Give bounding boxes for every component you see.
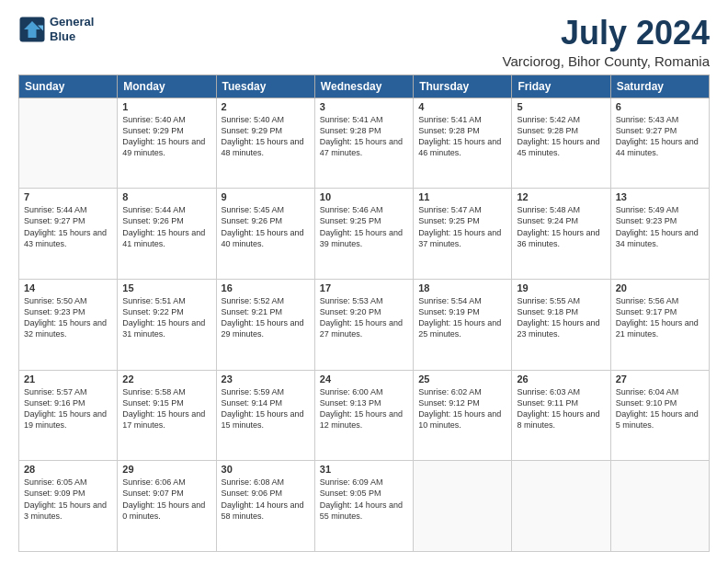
day-number: 29 [122, 464, 210, 475]
day-number: 2 [222, 101, 310, 112]
day-number: 21 [24, 373, 112, 385]
day-info: Sunrise: 5:44 AM Sunset: 9:27 PM Dayligh… [24, 204, 112, 249]
day-cell: 14Sunrise: 5:50 AM Sunset: 9:23 PM Dayli… [19, 279, 118, 370]
day-number: 7 [24, 191, 112, 202]
day-cell: 6Sunrise: 5:43 AM Sunset: 9:27 PM Daylig… [610, 98, 709, 189]
day-info: Sunrise: 5:46 AM Sunset: 9:25 PM Dayligh… [320, 204, 408, 249]
day-info: Sunrise: 6:05 AM Sunset: 9:09 PM Dayligh… [24, 477, 112, 522]
day-info: Sunrise: 6:08 AM Sunset: 9:06 PM Dayligh… [222, 477, 310, 522]
day-cell: 17Sunrise: 5:53 AM Sunset: 9:20 PM Dayli… [314, 279, 413, 370]
day-cell: 18Sunrise: 5:54 AM Sunset: 9:19 PM Dayli… [414, 279, 512, 370]
day-number: 23 [222, 373, 310, 385]
weekday-thursday: Thursday [414, 75, 512, 98]
week-row-4: 21Sunrise: 5:57 AM Sunset: 9:16 PM Dayli… [19, 370, 710, 461]
day-number: 28 [24, 464, 112, 475]
day-number: 11 [418, 191, 506, 202]
day-cell [512, 461, 610, 552]
week-row-5: 28Sunrise: 6:05 AM Sunset: 9:09 PM Dayli… [19, 461, 710, 552]
day-number: 20 [616, 282, 704, 293]
day-info: Sunrise: 5:45 AM Sunset: 9:26 PM Dayligh… [222, 204, 310, 249]
day-number: 13 [616, 191, 704, 202]
day-info: Sunrise: 6:00 AM Sunset: 9:13 PM Dayligh… [320, 386, 408, 431]
day-cell: 11Sunrise: 5:47 AM Sunset: 9:25 PM Dayli… [414, 189, 512, 280]
day-cell [414, 461, 512, 552]
day-number: 25 [418, 373, 506, 385]
day-cell: 28Sunrise: 6:05 AM Sunset: 9:09 PM Dayli… [19, 461, 118, 552]
day-number: 3 [320, 101, 408, 112]
day-cell: 25Sunrise: 6:02 AM Sunset: 9:12 PM Dayli… [414, 370, 512, 461]
day-cell: 2Sunrise: 5:40 AM Sunset: 9:29 PM Daylig… [216, 98, 314, 189]
day-info: Sunrise: 5:54 AM Sunset: 9:19 PM Dayligh… [418, 295, 506, 340]
day-cell: 4Sunrise: 5:41 AM Sunset: 9:28 PM Daylig… [414, 98, 512, 189]
day-cell: 22Sunrise: 5:58 AM Sunset: 9:15 PM Dayli… [118, 370, 216, 461]
weekday-wednesday: Wednesday [314, 75, 413, 98]
day-number: 10 [320, 191, 408, 202]
day-number: 19 [517, 282, 605, 293]
day-number: 18 [418, 282, 506, 293]
day-number: 4 [418, 101, 506, 112]
day-number: 27 [616, 373, 704, 385]
day-info: Sunrise: 5:44 AM Sunset: 9:26 PM Dayligh… [122, 204, 210, 249]
day-info: Sunrise: 5:53 AM Sunset: 9:20 PM Dayligh… [320, 295, 408, 340]
day-info: Sunrise: 5:41 AM Sunset: 9:28 PM Dayligh… [320, 114, 408, 159]
weekday-tuesday: Tuesday [216, 75, 314, 98]
day-number: 26 [517, 373, 605, 385]
day-number: 14 [24, 282, 112, 293]
day-info: Sunrise: 5:56 AM Sunset: 9:17 PM Dayligh… [616, 295, 704, 340]
subtitle: Varciorog, Bihor County, Romania [503, 53, 710, 69]
day-info: Sunrise: 5:58 AM Sunset: 9:15 PM Dayligh… [122, 386, 210, 431]
day-number: 5 [517, 101, 605, 112]
day-cell: 20Sunrise: 5:56 AM Sunset: 9:17 PM Dayli… [610, 279, 709, 370]
day-info: Sunrise: 5:41 AM Sunset: 9:28 PM Dayligh… [418, 114, 506, 159]
day-cell: 15Sunrise: 5:51 AM Sunset: 9:22 PM Dayli… [118, 279, 216, 370]
day-number: 9 [222, 191, 310, 202]
weekday-monday: Monday [118, 75, 216, 98]
day-info: Sunrise: 6:02 AM Sunset: 9:12 PM Dayligh… [418, 386, 506, 431]
day-info: Sunrise: 5:57 AM Sunset: 9:16 PM Dayligh… [24, 386, 112, 431]
weekday-saturday: Saturday [610, 75, 709, 98]
day-cell: 1Sunrise: 5:40 AM Sunset: 9:29 PM Daylig… [118, 98, 216, 189]
day-number: 24 [320, 373, 408, 385]
day-number: 16 [222, 282, 310, 293]
day-info: Sunrise: 5:55 AM Sunset: 9:18 PM Dayligh… [517, 295, 605, 340]
day-cell: 23Sunrise: 5:59 AM Sunset: 9:14 PM Dayli… [216, 370, 314, 461]
page: General Blue July 2024 Varciorog, Bihor … [0, 0, 728, 563]
week-row-2: 7Sunrise: 5:44 AM Sunset: 9:27 PM Daylig… [19, 189, 710, 280]
weekday-header-row: SundayMondayTuesdayWednesdayThursdayFrid… [19, 75, 710, 98]
weekday-friday: Friday [512, 75, 610, 98]
day-cell: 19Sunrise: 5:55 AM Sunset: 9:18 PM Dayli… [512, 279, 610, 370]
day-info: Sunrise: 5:50 AM Sunset: 9:23 PM Dayligh… [24, 295, 112, 340]
day-cell: 9Sunrise: 5:45 AM Sunset: 9:26 PM Daylig… [216, 189, 314, 280]
day-number: 6 [616, 101, 704, 112]
day-cell: 24Sunrise: 6:00 AM Sunset: 9:13 PM Dayli… [314, 370, 413, 461]
day-info: Sunrise: 5:52 AM Sunset: 9:21 PM Dayligh… [222, 295, 310, 340]
day-number: 1 [122, 101, 210, 112]
day-cell: 27Sunrise: 6:04 AM Sunset: 9:10 PM Dayli… [610, 370, 709, 461]
day-info: Sunrise: 5:43 AM Sunset: 9:27 PM Dayligh… [616, 114, 704, 159]
day-cell: 3Sunrise: 5:41 AM Sunset: 9:28 PM Daylig… [314, 98, 413, 189]
day-info: Sunrise: 5:48 AM Sunset: 9:24 PM Dayligh… [517, 204, 605, 249]
day-info: Sunrise: 5:47 AM Sunset: 9:25 PM Dayligh… [418, 204, 506, 249]
day-info: Sunrise: 6:04 AM Sunset: 9:10 PM Dayligh… [616, 386, 704, 431]
day-cell [19, 98, 118, 189]
day-number: 12 [517, 191, 605, 202]
title-block: July 2024 Varciorog, Bihor County, Roman… [503, 15, 710, 69]
day-cell: 29Sunrise: 6:06 AM Sunset: 9:07 PM Dayli… [118, 461, 216, 552]
day-cell: 7Sunrise: 5:44 AM Sunset: 9:27 PM Daylig… [19, 189, 118, 280]
main-title: July 2024 [503, 15, 710, 52]
day-number: 15 [122, 282, 210, 293]
calendar: SundayMondayTuesdayWednesdayThursdayFrid… [18, 75, 710, 552]
day-cell [610, 461, 709, 552]
day-cell: 13Sunrise: 5:49 AM Sunset: 9:23 PM Dayli… [610, 189, 709, 280]
day-cell: 31Sunrise: 6:09 AM Sunset: 9:05 PM Dayli… [314, 461, 413, 552]
header: General Blue July 2024 Varciorog, Bihor … [18, 15, 710, 69]
weekday-sunday: Sunday [19, 75, 118, 98]
day-cell: 5Sunrise: 5:42 AM Sunset: 9:28 PM Daylig… [512, 98, 610, 189]
day-info: Sunrise: 6:09 AM Sunset: 9:05 PM Dayligh… [320, 477, 408, 522]
day-cell: 8Sunrise: 5:44 AM Sunset: 9:26 PM Daylig… [118, 189, 216, 280]
day-number: 30 [222, 464, 310, 475]
week-row-1: 1Sunrise: 5:40 AM Sunset: 9:29 PM Daylig… [19, 98, 710, 189]
day-number: 22 [122, 373, 210, 385]
day-number: 8 [122, 191, 210, 202]
day-cell: 21Sunrise: 5:57 AM Sunset: 9:16 PM Dayli… [19, 370, 118, 461]
